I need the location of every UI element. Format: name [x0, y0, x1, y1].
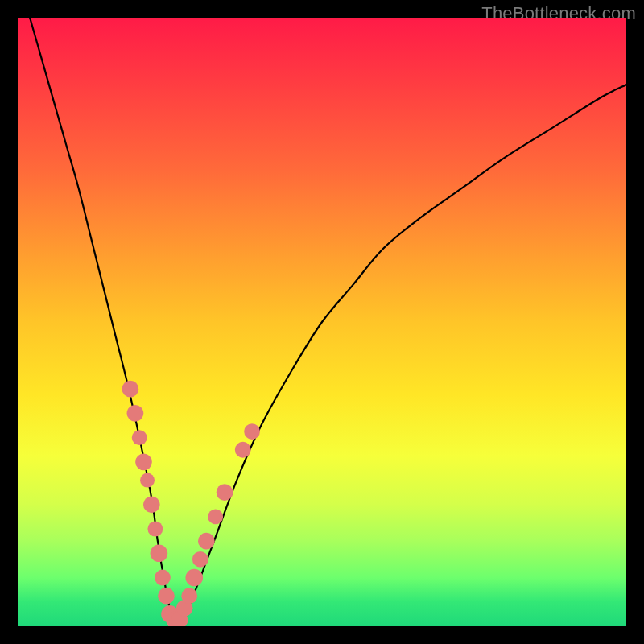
bottleneck-curve-svg — [18, 18, 626, 626]
highlighted-point — [143, 496, 160, 513]
highlighted-points-group — [122, 381, 260, 626]
highlighted-point — [135, 454, 152, 471]
highlighted-point — [198, 533, 215, 550]
bottleneck-curve-path — [30, 18, 626, 621]
highlighted-point — [192, 551, 208, 568]
highlighted-point — [147, 522, 163, 537]
highlighted-point — [235, 442, 251, 458]
highlighted-point — [155, 570, 171, 586]
highlighted-point — [158, 588, 175, 605]
highlighted-point — [185, 569, 203, 587]
highlighted-point — [132, 430, 147, 445]
highlighted-point — [217, 484, 233, 501]
highlighted-point — [127, 405, 144, 422]
highlighted-point — [140, 473, 155, 488]
highlighted-point — [122, 381, 139, 398]
plot-area — [18, 18, 626, 626]
highlighted-point — [181, 588, 197, 604]
highlighted-point — [151, 544, 168, 562]
highlighted-point — [244, 423, 260, 440]
chart-frame: TheBottleneck.com — [0, 0, 644, 644]
highlighted-point — [208, 509, 223, 524]
